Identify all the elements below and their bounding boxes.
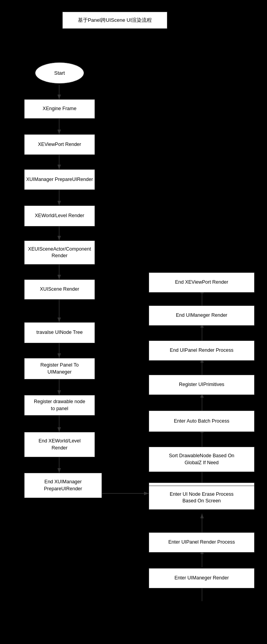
node-xui-scene-render: XUIScene Render [24, 279, 95, 300]
node-sort-drawable-node: Sort DrawableNode Based On GlobalZ If Ne… [149, 447, 255, 472]
node-end-xe-viewport: End XEViewPort Render [149, 272, 255, 293]
node-register-panel: Register Panel To UIManeger [24, 358, 95, 379]
node-xui-manager-prepare: XUIManager PrepareUIRender [24, 169, 95, 190]
node-register-drawable: Register drawable node to panel [24, 395, 95, 416]
node-end-xui-prepare: End XUIManager PrepareUIRender [24, 473, 102, 498]
title-text: 基于Panel跨UIScene UI渲染流程 [78, 17, 152, 23]
node-register-ui-primitives: Register UIPrimitives [149, 375, 255, 395]
node-end-uimaneger-render: End UIManeger Render [149, 305, 255, 326]
node-end-xeworld: End XEWorld/Level Render [24, 432, 95, 457]
title-box: 基于Panel跨UIScene UI渲染流程 [62, 12, 167, 29]
node-xengine-frame: XEngine Frame [24, 99, 95, 119]
node-enter-uimaneger-render: Enter UIManeger Render [149, 568, 255, 588]
node-end-uipanel-render: End UIPanel Render Process [149, 340, 255, 361]
node-enter-ui-node-erase: Enter UI Node Erase Process Based On Scr… [149, 486, 255, 510]
diagram-container: 基于Panel跨UIScene UI渲染流程 Start XEngine Fra… [0, 0, 267, 644]
node-start: Start [35, 62, 84, 84]
node-traverse-uitree: travaIse UINode Tree [24, 322, 95, 343]
node-xe-world-render: XEWorld/Level Render [24, 205, 95, 226]
node-xe-viewport-render: XEViewPort Render [24, 134, 95, 155]
node-enter-auto-batch: Enter Auto Batch Process [149, 411, 255, 432]
node-xeui-scene: XEUISceneActor/Component Render [24, 240, 95, 265]
node-enter-uipanel-render: Enter UIPanel Render Process [149, 532, 255, 553]
